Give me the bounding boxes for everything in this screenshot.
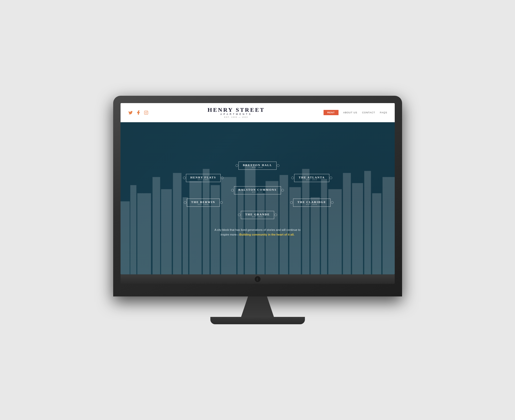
imac-display: HENRY STREET APARTMENTS EST. 1900 — 1922… (113, 96, 402, 324)
badge-ralston: RALSTON COMMONS EST. 1902 (234, 186, 281, 194)
property-grande[interactable]: THE GRANDE EST. 1902 (230, 209, 285, 221)
imac-stand (210, 296, 305, 324)
badge-claridge: THE CLARIDGE EST. 1916 (293, 199, 331, 207)
property-claridge[interactable]: THE CLARIDGE EST. 1916 (285, 196, 339, 209)
badge-ralston-name: RALSTON COMMONS (238, 188, 277, 191)
screen: HENRY STREET APARTMENTS EST. 1900 — 1922… (121, 103, 395, 274)
hero-section: BRETTON HALL EST. 1915 HENRY FLATS EST. … (121, 122, 395, 274)
tagline-emphasis: Building community in the heart of it al… (239, 233, 294, 236)
apple-logo:  (255, 276, 261, 282)
badge-henry-est: EST. 1900 (190, 179, 216, 180)
badge-berwin: THE BERWIN EST. 1919 (187, 199, 220, 207)
facebook-icon[interactable] (136, 110, 141, 115)
property-bretton[interactable]: BRETTON HALL EST. 1915 (230, 160, 285, 172)
property-ralston[interactable]: RALSTON COMMONS EST. 1902 (230, 184, 285, 196)
stand-base (210, 317, 305, 324)
badge-grande: THE GRANDE EST. 1902 (241, 211, 274, 219)
about-link[interactable]: ABOUT US (343, 111, 357, 114)
svg-rect-0 (144, 111, 148, 114)
hero-tagline: A city block that has lived generations … (215, 227, 301, 237)
badge-atlanta-name: THE ATLANTA (299, 176, 325, 179)
badge-claridge-est: EST. 1916 (298, 204, 326, 205)
property-atlanta[interactable]: THE ATLANTA EST. 1915 (285, 172, 339, 184)
badge-bretton: BRETTON HALL EST. 1915 (238, 162, 277, 170)
site-header: HENRY STREET APARTMENTS EST. 1900 — 1922… (121, 103, 395, 122)
logo-title: HENRY STREET (207, 107, 265, 113)
badge-bretton-est: EST. 1915 (243, 167, 272, 168)
main-nav: RENT ABOUT US CONTACT FAQs (324, 110, 387, 115)
badge-berwin-est: EST. 1919 (191, 204, 215, 205)
badge-atlanta: THE ATLANTA EST. 1915 (294, 174, 329, 182)
instagram-icon[interactable] (144, 110, 149, 115)
social-links (128, 110, 149, 115)
svg-point-1 (145, 112, 147, 113)
rent-button[interactable]: RENT (324, 110, 339, 115)
site-logo: HENRY STREET APARTMENTS EST. 1900 — 1922 (207, 107, 265, 118)
contact-link[interactable]: CONTACT (362, 111, 375, 114)
hero-content: BRETTON HALL EST. 1915 HENRY FLATS EST. … (121, 122, 395, 274)
twitter-icon[interactable] (128, 110, 133, 115)
badge-claridge-name: THE CLARIDGE (298, 200, 326, 204)
faqs-link[interactable]: FAQs (380, 111, 387, 114)
screen-bezel: HENRY STREET APARTMENTS EST. 1900 — 1922… (113, 96, 402, 296)
stand-neck (234, 296, 281, 317)
badge-grande-est: EST. 1902 (245, 216, 270, 217)
svg-point-2 (147, 111, 148, 112)
badge-henry-name: HENRY FLATS (190, 176, 216, 179)
website: HENRY STREET APARTMENTS EST. 1900 — 1922… (121, 103, 395, 274)
screen-chin:  (121, 274, 395, 284)
properties-grid: BRETTON HALL EST. 1915 HENRY FLATS EST. … (176, 160, 339, 221)
badge-ralston-est: EST. 1902 (238, 191, 277, 193)
badge-henry: HENRY FLATS EST. 1900 (186, 174, 221, 182)
property-henry[interactable]: HENRY FLATS EST. 1900 (176, 172, 231, 184)
badge-bretton-name: BRETTON HALL (243, 163, 272, 167)
logo-subtitle: APARTMENTS (207, 113, 265, 116)
property-berwin[interactable]: THE BERWIN EST. 1919 (176, 196, 231, 209)
badge-grande-name: THE GRANDE (245, 213, 270, 216)
logo-est: EST. 1900 — 1922 (207, 116, 265, 118)
badge-berwin-name: THE BERWIN (191, 200, 215, 204)
badge-atlanta-est: EST. 1915 (299, 179, 325, 180)
